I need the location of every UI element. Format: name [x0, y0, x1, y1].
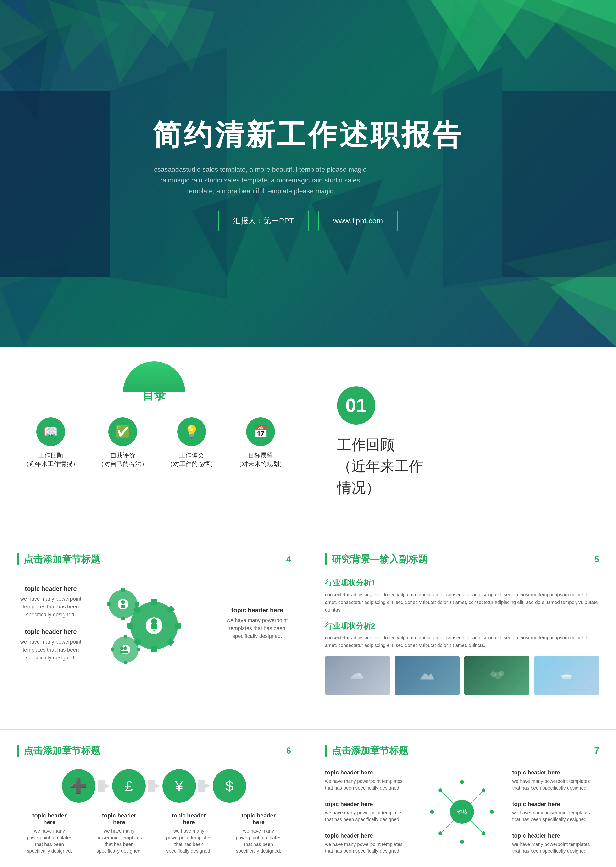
- svg-marker-69: [420, 673, 434, 680]
- svg-text:标题: 标题: [456, 808, 467, 814]
- section-title-4: 点击添加章节标题: [24, 553, 100, 566]
- process-label-body-2: we have many powerpoint templates that h…: [95, 828, 143, 854]
- section-bar-5: 研究背景—输入副标题 5: [325, 553, 599, 566]
- process-circle-2: £: [112, 769, 146, 803]
- section-title: 工作回顾 （近年来工作 情况）: [337, 434, 423, 499]
- svg-point-52: [121, 600, 125, 604]
- svg-rect-58: [110, 648, 114, 651]
- spider-right-3: topic header here we have many powerpoin…: [512, 832, 599, 854]
- svg-point-43: [151, 619, 157, 624]
- research-img-2: [395, 656, 460, 694]
- svg-rect-49: [135, 602, 139, 606]
- process-circle-4: $: [213, 769, 246, 803]
- gear-text-1: topic header here we have many powerpoin…: [17, 585, 85, 619]
- gear-svg: +: [94, 578, 214, 669]
- process-circle-3: ¥: [162, 769, 196, 803]
- slide-3-section: 01 工作回顾 （近年来工作 情况）: [308, 347, 616, 538]
- svg-point-96: [482, 831, 486, 835]
- svg-point-60: [124, 647, 127, 650]
- spider-center-diagram: 标题: [426, 776, 498, 848]
- svg-rect-75: [564, 674, 569, 676]
- gear-body-3: we have many powerpoint templates that h…: [223, 616, 291, 640]
- process-label-body-1: we have many powerpoint templates that h…: [25, 828, 74, 854]
- svg-point-61: [120, 647, 124, 650]
- section-bar-4: 点击添加章节标题 4: [17, 553, 291, 566]
- gear-body-1: we have many powerpoint templates that h…: [17, 595, 85, 619]
- reporter-button[interactable]: 汇报人：第一PPT: [218, 211, 309, 231]
- spider-right-title-3: topic header here: [512, 832, 599, 839]
- slide-1: 简约清新工作述职报告 csasaadastudio sales template…: [0, 0, 616, 347]
- research-section-1: 行业现状分析1 consectetur adipiscing elit. don…: [325, 578, 599, 614]
- svg-line-88: [470, 820, 482, 832]
- toc-item-3: 💡 工作体会（对工作的感悟）: [167, 417, 217, 468]
- svg-marker-76: [98, 780, 110, 792]
- process-arrow-1: [98, 779, 110, 793]
- spider-left: topic header here we have many powerpoin…: [325, 769, 412, 854]
- spider-right: topic header here we have many powerpoin…: [512, 769, 599, 854]
- svg-rect-57: [137, 648, 140, 651]
- subtitle-text: csasaadastudio sales template, a more be…: [152, 164, 368, 196]
- section-bar-6: 点击添加章节标题 6: [17, 744, 291, 757]
- svg-marker-77: [148, 780, 160, 792]
- toc-title: 目录: [143, 388, 165, 403]
- spider-right-2: topic header here we have many powerpoin…: [512, 801, 599, 823]
- svg-rect-48: [121, 617, 125, 620]
- spider-left-3: topic header here we have many powerpoin…: [325, 832, 412, 854]
- svg-rect-63: [123, 650, 128, 653]
- toc-items: 📖 工作回顾（近年来工作情况） ✅ 自我评价（对自己的看法） 💡 工作体会（对工…: [17, 417, 291, 468]
- spider-left-body-2: we have many powerpoint templates that h…: [325, 809, 412, 823]
- toc-icon-2: ✅: [108, 417, 137, 446]
- website-button[interactable]: www.1ppt.com: [318, 211, 398, 231]
- toc-item-2: ✅ 自我评价（对自己的看法）: [98, 417, 148, 468]
- slide-2-toc: 目录 📖 工作回顾（近年来工作情况） ✅ 自我评价（对自己的看法） 💡 工作体会…: [0, 347, 308, 538]
- page-num-7: 7: [594, 746, 599, 756]
- svg-rect-65: [351, 677, 363, 680]
- spider-left-body-3: we have many powerpoint templates that h…: [325, 841, 412, 854]
- spider-left-body-1: we have many powerpoint templates that h…: [325, 778, 412, 791]
- process-item-2: topic header here we have many powerpoin…: [95, 812, 143, 854]
- research-title-1: 行业现状分析1: [325, 578, 599, 588]
- gear-title-1: topic header here: [17, 585, 85, 592]
- spider-right-1: topic header here we have many powerpoin…: [512, 769, 599, 791]
- process-label-title-4: topic header here: [235, 812, 283, 826]
- spider-right-body-3: we have many powerpoint templates that h…: [512, 841, 599, 854]
- slide-6-process: 点击添加章节标题 6 ➕ £ ¥ $ topic header here we …: [0, 729, 308, 867]
- spider-right-title-1: topic header here: [512, 769, 599, 776]
- svg-marker-78: [198, 780, 210, 792]
- svg-point-92: [490, 810, 494, 814]
- gear-title-2: topic header here: [17, 628, 85, 636]
- svg-line-86: [470, 792, 482, 803]
- toc-item-1: 📖 工作回顾（近年来工作情况）: [23, 417, 79, 468]
- svg-point-91: [430, 810, 434, 814]
- svg-point-90: [460, 840, 464, 843]
- svg-line-85: [442, 792, 454, 803]
- svg-point-93: [438, 788, 442, 792]
- svg-rect-53: [121, 605, 125, 608]
- toc-label-3: 工作体会（对工作的感悟）: [167, 451, 217, 468]
- bar-line-7: [325, 745, 327, 757]
- toc-header: 目录: [17, 361, 291, 403]
- process-label-title-2: topic header here: [95, 812, 143, 826]
- svg-rect-27: [502, 91, 616, 278]
- process-row: ➕ £ ¥ $: [17, 769, 291, 803]
- svg-rect-50: [107, 602, 110, 606]
- spider-left-2: topic header here we have many powerpoin…: [325, 801, 412, 823]
- process-arrow-2: [148, 779, 160, 793]
- section-title-5: 研究背景—输入副标题: [332, 553, 427, 566]
- process-labels: topic header here we have many powerpoin…: [17, 812, 291, 854]
- svg-rect-55: [124, 635, 127, 638]
- page-num-4: 4: [286, 554, 291, 564]
- spider-layout: topic header here we have many powerpoin…: [325, 769, 599, 854]
- page-num-6: 6: [286, 746, 291, 756]
- svg-rect-34: [151, 599, 157, 605]
- svg-marker-66: [351, 672, 363, 677]
- gear-text-2: topic header here we have many powerpoin…: [17, 628, 85, 661]
- gear-layout: topic header here we have many powerpoin…: [17, 578, 291, 669]
- slides-grid: 目录 📖 工作回顾（近年来工作情况） ✅ 自我评价（对自己的看法） 💡 工作体会…: [0, 347, 616, 867]
- hero-content: 简约清新工作述职报告 csasaadastudio sales template…: [152, 116, 464, 231]
- gear-body-2: we have many powerpoint templates that h…: [17, 638, 85, 661]
- process-label-title-3: topic header here: [165, 812, 213, 826]
- research-title-2: 行业现状分析2: [325, 621, 599, 631]
- slide-4-gears: 点击添加章节标题 4 topic header here we have man…: [0, 538, 308, 729]
- toc-item-4: 📅 目标展望（对未来的规划）: [236, 417, 285, 468]
